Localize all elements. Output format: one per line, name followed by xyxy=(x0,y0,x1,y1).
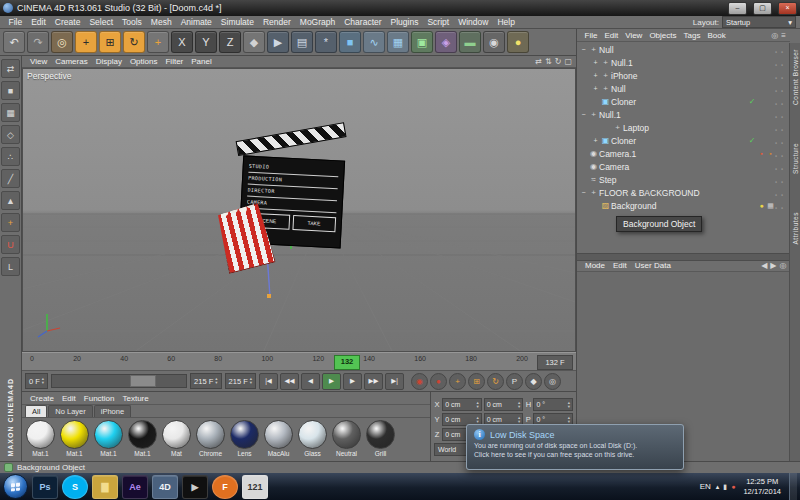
menu-item[interactable]: MoGraph xyxy=(295,17,339,27)
object-name[interactable]: Background xyxy=(611,201,656,211)
material-item[interactable]: Glass xyxy=(296,420,329,457)
object-row[interactable]: − + FLOOR & BACKGROUND xyxy=(577,186,789,199)
object-name[interactable]: Null.1 xyxy=(611,58,633,68)
object-name[interactable]: Null xyxy=(599,45,614,55)
visibility-dots[interactable] xyxy=(775,123,789,133)
attr-back-icon[interactable]: ◀ xyxy=(761,261,767,270)
object-row[interactable]: + + Null xyxy=(577,82,789,95)
range-end-field[interactable]: 215 F▴▾ xyxy=(190,373,221,389)
material-item[interactable]: Grill xyxy=(364,420,397,457)
record-pla-button[interactable]: ◆ xyxy=(525,373,542,390)
menu-item[interactable]: Script xyxy=(423,17,454,27)
material-thumbnail[interactable] xyxy=(332,420,361,449)
menu-item[interactable]: Window xyxy=(454,17,493,27)
material-thumbnail[interactable] xyxy=(230,420,259,449)
start-frame-field[interactable]: 0 F▴▾ xyxy=(25,373,48,389)
deformer-icon[interactable]: ◈ xyxy=(435,31,457,53)
object-name[interactable]: Cloner xyxy=(611,97,636,107)
viewport-menu-item[interactable]: Display xyxy=(92,57,126,66)
menu-item[interactable]: Help xyxy=(493,17,519,27)
minimize-button[interactable]: – xyxy=(728,2,747,15)
object-manager-menu-item[interactable]: Edit xyxy=(601,31,622,40)
visibility-dots[interactable] xyxy=(775,71,789,81)
tray-action-center-icon[interactable]: ● xyxy=(731,483,735,491)
maximize-view-icon[interactable]: ▢ xyxy=(564,57,572,66)
lock-z-axis-icon[interactable]: Z xyxy=(219,31,241,53)
expand-toggle-icon[interactable]: + xyxy=(591,72,600,79)
scale-tool-icon[interactable]: ⊞ xyxy=(99,31,121,53)
menu-item[interactable]: Tools xyxy=(118,17,147,27)
tab-iphone[interactable]: iPhone xyxy=(94,405,131,417)
frame-slider[interactable] xyxy=(51,374,187,388)
visibility-dots[interactable] xyxy=(775,110,789,120)
position-field[interactable]: 0 cm▴▾ xyxy=(442,398,482,411)
lock-y-axis-icon[interactable]: Y xyxy=(195,31,217,53)
taskbar-clock[interactable]: 12:25 PM 12/17/2014 xyxy=(743,477,781,496)
object-row[interactable]: + Laptop xyxy=(577,121,789,134)
attributes-menu-item[interactable]: User Data xyxy=(631,261,675,270)
taskbar-explorer-icon[interactable]: ▇ xyxy=(92,475,118,499)
visibility-dots[interactable] xyxy=(775,175,789,185)
expand-toggle-icon[interactable]: + xyxy=(591,59,600,66)
material-thumbnail[interactable] xyxy=(196,420,225,449)
object-tag-icon[interactable]: ● xyxy=(757,202,766,209)
object-tag-icon[interactable]: ▪ xyxy=(766,150,775,157)
zoom-view-icon[interactable]: ⇅ xyxy=(545,57,552,66)
object-row[interactable]: ◉ Camera.1 ▪ ▪ xyxy=(577,147,789,160)
material-thumbnail[interactable] xyxy=(298,420,327,449)
autokey-button[interactable]: ● xyxy=(430,373,447,390)
play-button[interactable]: ▶ xyxy=(322,373,341,390)
notification-line2[interactable]: Click here to see if you can free space … xyxy=(474,451,676,458)
viewport-view-label[interactable]: Perspective xyxy=(27,71,71,81)
object-manager-menu-item[interactable]: View xyxy=(622,31,646,40)
size-field[interactable]: 0 cm▴▾ xyxy=(484,398,524,411)
show-desktop-button[interactable] xyxy=(789,473,797,500)
material-menu-item[interactable]: Texture xyxy=(119,394,153,403)
attr-forward-icon[interactable]: ▶ xyxy=(770,261,776,270)
frame-slider-handle[interactable] xyxy=(130,375,156,387)
visibility-dots[interactable] xyxy=(775,149,789,159)
enabled-check-icon[interactable]: ✓ xyxy=(747,97,757,106)
next-frame-button[interactable]: ▶ xyxy=(343,373,362,390)
visibility-dots[interactable] xyxy=(775,188,789,198)
render-view-icon[interactable]: ▶ xyxy=(267,31,289,53)
rotate-tool-icon[interactable]: ↻ xyxy=(123,31,145,53)
menu-item[interactable]: Select xyxy=(85,17,118,27)
material-item[interactable]: Chrome xyxy=(194,420,227,457)
menu-item[interactable]: Plugins xyxy=(386,17,423,27)
menu-item[interactable]: Create xyxy=(50,17,85,27)
object-name[interactable]: Camera.1 xyxy=(599,149,636,159)
add-primitive-cube-icon[interactable]: ■ xyxy=(339,31,361,53)
expand-toggle-icon[interactable]: + xyxy=(591,85,600,92)
viewport-menu-item[interactable]: Filter xyxy=(161,57,187,66)
record-rotation-button[interactable]: ↻ xyxy=(487,373,504,390)
side-tab[interactable]: Content Browser xyxy=(792,49,799,105)
timeline-end-frame-field[interactable]: 132 F xyxy=(537,355,573,370)
record-parameter-button[interactable]: P xyxy=(506,373,523,390)
start-button[interactable] xyxy=(3,474,28,499)
object-row[interactable]: + + iPhone xyxy=(577,69,789,82)
record-keyframe-button[interactable]: ◉ xyxy=(411,373,428,390)
next-key-button[interactable]: ▶▶ xyxy=(364,373,383,390)
om-search-icon[interactable]: ◎ xyxy=(771,31,778,40)
scene-camera-icon[interactable]: ◉ xyxy=(483,31,505,53)
object-manager-menu-item[interactable]: Book xyxy=(704,31,729,40)
enable-axis-icon[interactable]: + xyxy=(1,213,20,232)
move-tool-icon[interactable]: + xyxy=(75,31,97,53)
object-row[interactable]: ◉ Camera xyxy=(577,160,789,173)
object-row[interactable]: − + Null xyxy=(577,43,789,56)
menu-item[interactable]: Mesh xyxy=(146,17,176,27)
environment-floor-icon[interactable]: ▬ xyxy=(459,31,481,53)
taskbar-firefox-icon[interactable]: F xyxy=(212,475,238,499)
coordinate-system-icon[interactable]: ◆ xyxy=(243,31,265,53)
material-menu-item[interactable]: Create xyxy=(26,394,58,403)
low-disk-space-notification[interactable]: i Low Disk Space You are running out of … xyxy=(466,424,684,470)
record-scale-button[interactable]: ⊞ xyxy=(468,373,485,390)
tab-all[interactable]: All xyxy=(25,405,47,417)
taskbar-after-effects-icon[interactable]: Ae xyxy=(122,475,148,499)
taskbar-cinema4d-icon[interactable]: 4D xyxy=(152,475,178,499)
visibility-dots[interactable] xyxy=(775,201,789,211)
last-tool-icon[interactable]: + xyxy=(147,31,169,53)
viewport-menu-item[interactable]: Options xyxy=(126,57,162,66)
expand-toggle-icon[interactable]: + xyxy=(591,137,600,144)
